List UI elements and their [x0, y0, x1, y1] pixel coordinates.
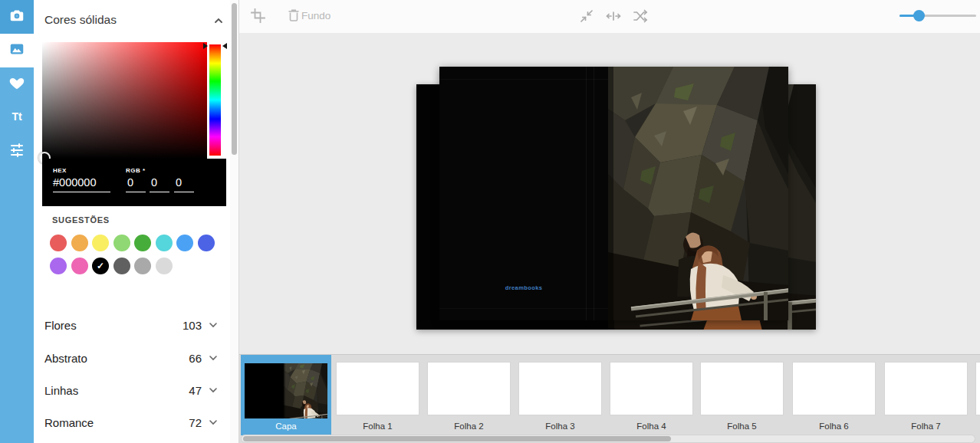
rgb-g-input[interactable]: 0: [150, 176, 169, 192]
sidebar: Tt: [0, 0, 34, 443]
page-label: Folha 7: [885, 422, 967, 431]
page-thumb[interactable]: [793, 363, 875, 415]
shuffle-icon[interactable]: [632, 8, 649, 25]
page-label: Folha 1: [337, 422, 419, 431]
hex-input[interactable]: #000000: [53, 176, 110, 192]
color-swatch[interactable]: [134, 235, 151, 251]
hue-marker-left-icon: [203, 43, 208, 49]
hex-label: HEX: [53, 167, 67, 174]
color-swatch[interactable]: [71, 235, 88, 251]
sidebar-item-adjust[interactable]: [0, 135, 34, 169]
category-count: 47: [189, 384, 202, 397]
page-label: Folha 6: [793, 422, 875, 431]
filmstrip-scrollbar[interactable]: [241, 435, 975, 443]
category-abstrato[interactable]: Abstrato 66: [34, 342, 230, 374]
color-swatch[interactable]: [113, 258, 130, 274]
filmstrip-scrollbar-thumb[interactable]: [243, 436, 671, 441]
color-swatch[interactable]: [50, 235, 67, 251]
color-swatch[interactable]: [198, 235, 215, 251]
color-swatch[interactable]: [50, 258, 67, 274]
sidebar-item-photos[interactable]: [0, 0, 34, 34]
page-label: Folha 5: [701, 422, 783, 431]
color-swatch[interactable]: [113, 235, 130, 251]
category-romance[interactable]: Romance 72: [34, 406, 230, 438]
chevron-up-icon: [212, 17, 225, 30]
rgb-r-input[interactable]: 0: [126, 176, 146, 192]
page-label: Folha 4: [610, 422, 692, 431]
capa-thumbnail-photo: [284, 363, 327, 418]
category-count: 72: [189, 416, 202, 429]
photobook-editor: Tt Cores sólidas HEX #000000 RGB *: [0, 0, 980, 443]
sidebar-item-favorites[interactable]: [0, 67, 34, 101]
category-flores[interactable]: Flores 103: [34, 309, 230, 341]
spine-guide: [594, 67, 594, 320]
panel-scrollbar[interactable]: [230, 0, 239, 443]
page-filmstrip: Capa Folha 1 Folha 2 Folha 3 Folha 4 Fol…: [239, 354, 980, 443]
bleed-guide: [439, 308, 608, 309]
canvas: dreambooks: [239, 33, 980, 354]
color-swatch-selected[interactable]: ✓: [92, 258, 109, 274]
page-thumb[interactable]: [519, 363, 601, 415]
page-thumb[interactable]: [976, 363, 980, 415]
solid-colors-panel: Cores sólidas HEX #000000 RGB * 0 0: [34, 0, 230, 443]
color-swatch[interactable]: [176, 235, 193, 251]
color-value-box: HEX #000000 RGB * 0 0 0: [42, 159, 226, 206]
swatch-row-1: [50, 235, 215, 251]
suggestions-label: SUGESTÕES: [52, 215, 110, 225]
collapse-spread-icon[interactable]: [578, 8, 595, 25]
color-swatch[interactable]: [92, 235, 109, 251]
page-label: Capa: [241, 422, 331, 431]
bleed-guide: [439, 79, 608, 80]
crop-icon[interactable]: [250, 8, 267, 25]
page-label: Folha 3: [519, 422, 601, 431]
chevron-down-icon: [206, 415, 220, 429]
image-icon: [8, 41, 25, 61]
hue-marker-right-icon: [222, 43, 227, 49]
camera-icon: [8, 7, 25, 27]
sidebar-item-backgrounds[interactable]: [0, 34, 34, 67]
spread-horizontal-icon[interactable]: [605, 8, 622, 25]
rgb-b-input[interactable]: 0: [174, 176, 194, 192]
cover-photo[interactable]: [608, 67, 788, 320]
page-thumb[interactable]: [428, 363, 510, 415]
color-swatch[interactable]: [156, 235, 173, 251]
panel-title: Cores sólidas: [44, 13, 117, 27]
chevron-down-icon: [206, 383, 220, 397]
trash-icon[interactable]: [286, 8, 303, 25]
text-icon: Tt: [7, 108, 27, 128]
page-thumb[interactable]: [337, 363, 419, 415]
color-swatch[interactable]: [71, 258, 88, 274]
zoom-slider-thumb[interactable]: [913, 10, 925, 21]
page-label: Folha 2: [428, 422, 510, 431]
check-icon: ✓: [92, 258, 109, 274]
category-count: 103: [183, 319, 202, 332]
chevron-down-icon: [206, 351, 220, 365]
page-thumb-capa-selected[interactable]: Capa: [241, 355, 331, 435]
page-thumb[interactable]: [885, 363, 967, 415]
tune-icon: [9, 143, 25, 161]
background-button-label[interactable]: Fundo: [301, 10, 331, 21]
category-linhas[interactable]: Linhas 47: [34, 374, 230, 406]
rgb-label: RGB *: [126, 167, 146, 174]
chevron-down-icon: [206, 318, 220, 332]
hue-slider[interactable]: [209, 44, 221, 156]
spine-guide: [586, 67, 587, 320]
page-thumb[interactable]: [610, 363, 692, 415]
sidebar-item-text[interactable]: Tt: [0, 101, 34, 135]
editor-toolbar: Fundo: [239, 0, 980, 34]
editor-main: Fundo: [239, 0, 980, 443]
page-thumb[interactable]: [701, 363, 783, 415]
capa-thumbnail: [245, 363, 327, 418]
swatch-row-2: ✓: [50, 258, 173, 274]
collapse-panel-button[interactable]: [212, 14, 225, 28]
svg-text:Tt: Tt: [12, 110, 22, 123]
heart-icon: [8, 74, 25, 94]
panel-scrollbar-thumb[interactable]: [232, 3, 237, 155]
saturation-value-picker[interactable]: [42, 42, 207, 159]
color-swatch[interactable]: [156, 258, 173, 274]
dreambooks-logo: dreambooks: [439, 284, 608, 291]
category-count: 66: [189, 352, 202, 365]
color-swatch[interactable]: [134, 258, 151, 274]
cover-spread[interactable]: dreambooks: [439, 67, 788, 320]
